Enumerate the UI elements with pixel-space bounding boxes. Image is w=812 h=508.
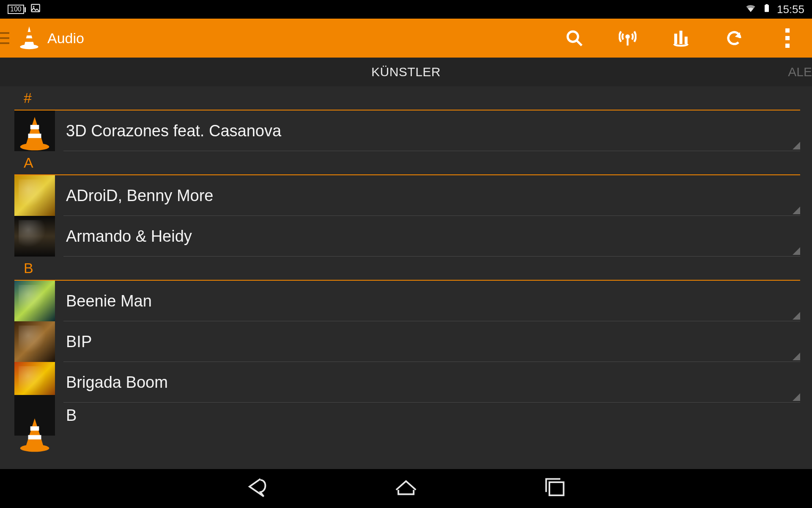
- status-right-group: 15:55: [745, 1, 804, 17]
- section-letter: #: [24, 90, 795, 106]
- context-menu-hint-icon[interactable]: [793, 393, 800, 401]
- svg-rect-21: [28, 435, 41, 439]
- artist-thumbnail: [14, 395, 55, 436]
- battery-icon: [763, 1, 771, 17]
- artist-name: BIP: [66, 333, 92, 351]
- tab-artists[interactable]: KÜNSTLER: [371, 65, 441, 79]
- svg-point-10: [625, 34, 630, 39]
- artist-name: B: [66, 406, 77, 425]
- artist-thumbnail: [14, 321, 55, 362]
- list-item[interactable]: 3D Corazones feat. Casanova: [0, 110, 812, 151]
- context-menu-hint-icon[interactable]: [793, 247, 800, 255]
- artist-name: ADroiD, Benny More: [66, 187, 213, 205]
- nav-drawer-hint-icon[interactable]: [0, 19, 11, 58]
- refresh-button[interactable]: [722, 26, 746, 50]
- item-divider: [63, 151, 800, 151]
- list-item[interactable]: Beenie Man: [0, 281, 812, 321]
- context-menu-hint-icon[interactable]: [793, 312, 800, 320]
- android-nav-bar: [0, 469, 812, 508]
- artist-thumbnail: [14, 175, 55, 216]
- svg-rect-3: [765, 4, 768, 5]
- svg-marker-4: [24, 26, 34, 45]
- android-status-bar: 100 15:55: [0, 0, 812, 19]
- list-item[interactable]: Brigada Boom: [0, 362, 812, 403]
- recents-button[interactable]: [542, 475, 568, 502]
- svg-point-18: [20, 143, 49, 150]
- section-header: A: [0, 151, 812, 173]
- app-bar: Audio: [0, 19, 812, 58]
- item-divider: [63, 256, 800, 257]
- context-menu-hint-icon[interactable]: [793, 353, 800, 360]
- svg-rect-13: [680, 31, 683, 44]
- svg-marker-19: [26, 418, 43, 446]
- svg-rect-23: [549, 482, 564, 495]
- tab-albums-peek[interactable]: ALE: [788, 65, 812, 79]
- list-item[interactable]: BIP: [0, 321, 812, 362]
- section-header: #: [0, 86, 812, 108]
- artist-thumbnail: [14, 281, 55, 321]
- svg-rect-20: [30, 426, 39, 431]
- svg-point-1: [33, 6, 34, 7]
- svg-rect-5: [26, 32, 32, 36]
- picture-icon: [30, 3, 41, 16]
- home-button[interactable]: [393, 475, 419, 502]
- artist-name: 3D Corazones feat. Casanova: [66, 122, 281, 140]
- svg-rect-6: [25, 39, 33, 42]
- artist-thumbnail: [14, 216, 55, 257]
- svg-point-8: [568, 31, 578, 42]
- svg-marker-15: [26, 117, 43, 144]
- list-item[interactable]: B: [0, 403, 812, 428]
- battery-level-icon: 100: [8, 5, 24, 14]
- overflow-menu-button[interactable]: [776, 26, 799, 50]
- artist-name: Armando & Heidy: [66, 227, 192, 246]
- search-button[interactable]: [562, 26, 586, 50]
- section-letter: A: [24, 155, 795, 171]
- tab-strip[interactable]: KÜNSTLER ALE: [0, 58, 812, 86]
- svg-rect-17: [28, 134, 41, 138]
- artist-name: Brigada Boom: [66, 373, 168, 392]
- stream-button[interactable]: [616, 26, 639, 50]
- battery-tip-icon: [25, 7, 26, 12]
- vlc-cone-icon: [19, 25, 40, 52]
- battery-text: 100: [10, 6, 22, 13]
- svg-line-9: [576, 40, 582, 45]
- svg-point-22: [20, 444, 49, 452]
- context-menu-hint-icon[interactable]: [793, 142, 800, 149]
- svg-rect-2: [765, 5, 769, 12]
- list-item[interactable]: ADroiD, Benny More: [0, 175, 812, 216]
- artist-name: Beenie Man: [66, 292, 152, 310]
- svg-point-7: [20, 44, 38, 50]
- clock-text: 15:55: [777, 3, 804, 16]
- section-letter: B: [24, 260, 795, 276]
- svg-rect-16: [30, 125, 39, 129]
- back-button[interactable]: [244, 475, 270, 502]
- context-menu-hint-icon[interactable]: [793, 207, 800, 214]
- artist-thumbnail: [14, 110, 55, 151]
- list-item[interactable]: Armando & Heidy: [0, 216, 812, 257]
- app-title: Audio: [47, 30, 84, 47]
- equalizer-button[interactable]: [669, 26, 693, 50]
- artist-list[interactable]: #3D Corazones feat. CasanovaAADroiD, Ben…: [0, 86, 812, 469]
- section-header: B: [0, 257, 812, 278]
- status-left-group: 100: [8, 3, 41, 16]
- svg-rect-14: [685, 37, 688, 44]
- wifi-icon: [745, 2, 757, 17]
- svg-rect-12: [674, 34, 677, 44]
